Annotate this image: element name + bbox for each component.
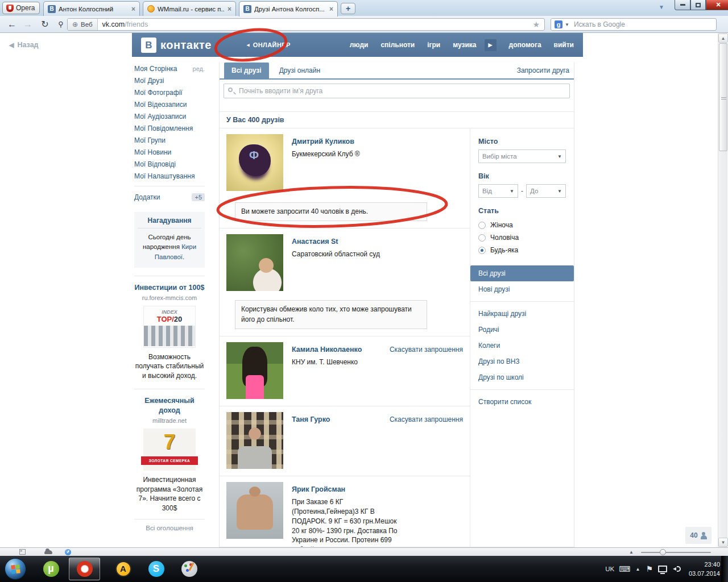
list-best-friends[interactable]: Найкращі друзі <box>478 306 566 322</box>
search-engine-caret-icon[interactable]: ▼ <box>565 22 569 27</box>
cancel-invite-link[interactable]: Скасувати запрошення <box>390 415 463 469</box>
taskbar-opera-active[interactable] <box>69 558 100 580</box>
network-icon[interactable] <box>658 566 667 572</box>
edit-link[interactable]: ред. <box>193 65 205 72</box>
key-icon[interactable]: ⚲ <box>53 18 68 31</box>
taskbar-aimp[interactable]: A <box>107 558 139 580</box>
scroll-up-icon[interactable]: ▲ <box>718 34 728 43</box>
google-search-input[interactable] <box>573 20 713 29</box>
sidebar-item-groups[interactable]: Мої Групи <box>134 136 166 144</box>
all-ads-link[interactable]: Всі оголошення <box>134 519 205 531</box>
tray-expand-icon[interactable]: ▲ <box>635 567 640 572</box>
sidebar-item-replies[interactable]: Мої Відповіді <box>134 160 176 168</box>
friend-name-link[interactable]: Дмитрий Куликов <box>292 138 463 146</box>
language-indicator[interactable]: UK <box>605 566 614 572</box>
fit-width-icon[interactable]: ▲ <box>629 550 634 555</box>
sidebar-item-audio[interactable]: Мої Аудіозаписи <box>134 113 186 120</box>
nav-logout[interactable]: вийти <box>554 41 574 49</box>
sidebar-item-my-page[interactable]: Моя Сторінка <box>134 65 177 73</box>
ad-image-index-top20[interactable]: INDEX TOP/20 <box>143 306 196 348</box>
nav-communities[interactable]: спільноти <box>380 41 415 49</box>
friend-name-link[interactable]: Анастасия St <box>292 238 463 246</box>
ad-image-golden-seven[interactable]: 7 ЗОЛОТАЯ СЕМЕРКА <box>143 429 196 471</box>
cancel-invite-link[interactable]: Скасувати запрошення <box>390 346 463 399</box>
ad-block-1[interactable]: Инвестиции от 100$ ru.forex-mmcis.com IN… <box>134 283 205 381</box>
create-list-link[interactable]: Створити список <box>478 394 566 410</box>
web-button[interactable]: ⊕ Веб <box>68 19 98 30</box>
age-to-select[interactable]: До▼ <box>526 184 566 198</box>
taskbar-skype[interactable]: S <box>140 558 172 580</box>
list-school-friends[interactable]: Друзі по школі <box>478 369 566 385</box>
ad-title[interactable]: Инвестиции от 100$ <box>134 283 205 293</box>
opera-unite-icon[interactable] <box>44 550 52 554</box>
invite-friend-link[interactable]: Запросити друга <box>517 66 569 78</box>
bookmark-star-icon[interactable]: ★ <box>532 20 540 29</box>
gender-option-any[interactable]: Будь-яка <box>478 244 566 256</box>
tab-close-icon[interactable]: × <box>131 5 135 13</box>
sidebar-item-friends[interactable]: Мої Друзі <box>134 77 164 85</box>
opera-turbo-icon[interactable] <box>65 549 71 555</box>
window-dropdown-icon[interactable]: ▼ <box>659 4 664 10</box>
search-field[interactable]: g ▼ <box>551 18 717 31</box>
tab-1[interactable]: В Антон Колгоспний × <box>43 1 140 16</box>
friend-avatar[interactable] <box>226 134 283 191</box>
friend-name-link[interactable]: Камила Николаенко <box>292 346 390 354</box>
friend-name-link[interactable]: Таня Гурко <box>292 415 390 423</box>
opera-menu-button[interactable]: Opera <box>2 2 40 14</box>
age-from-select[interactable]: Від▼ <box>478 184 518 198</box>
vk-logo[interactable]: В контакте <box>141 38 212 53</box>
new-tab-button[interactable]: + <box>341 3 355 14</box>
sidebar-item-videos[interactable]: Мої Відеозаписи <box>134 101 187 109</box>
nav-people[interactable]: люди <box>350 41 369 49</box>
page-scrollbar[interactable]: ▲ ▼ <box>718 33 727 547</box>
radio-selected-icon[interactable] <box>478 247 486 254</box>
friend-search-input[interactable] <box>224 84 570 98</box>
tab-close-icon[interactable]: × <box>228 5 231 13</box>
scrollbar-thumb[interactable] <box>719 43 727 151</box>
list-university-friends[interactable]: Друзі по ВНЗ <box>478 354 566 369</box>
minimize-button[interactable] <box>675 0 690 10</box>
list-relatives[interactable]: Родичі <box>478 322 566 338</box>
action-center-flag-icon[interactable]: ⚑ <box>646 564 653 573</box>
start-button[interactable] <box>5 558 26 580</box>
friend-avatar[interactable] <box>226 342 283 399</box>
scroll-down-icon[interactable]: ▼ <box>718 538 728 547</box>
panels-icon[interactable] <box>19 549 26 555</box>
gender-option-female[interactable]: Жіноча <box>478 219 566 231</box>
maximize-button[interactable] <box>690 0 706 10</box>
show-desktop-button[interactable] <box>721 556 728 582</box>
tab-all-friends[interactable]: Всі друзі <box>224 63 269 78</box>
invites-left-badge[interactable]: 40 <box>685 527 712 544</box>
sidebar-item-messages[interactable]: Мої Повідомлення <box>134 124 193 132</box>
friend-avatar[interactable] <box>226 234 283 291</box>
page-back-link[interactable]: ◀Назад <box>9 41 39 49</box>
friend-name-link[interactable]: Ярик Гройсман <box>292 485 463 493</box>
nav-help[interactable]: допомога <box>509 41 541 49</box>
radio-icon[interactable] <box>478 234 486 242</box>
profile-link[interactable]: ◂ ОНЛАЙНЕР <box>247 41 291 48</box>
back-button[interactable]: ← <box>5 18 19 31</box>
tab-2[interactable]: WMmail.ru - сервис п... × <box>143 1 236 16</box>
clock[interactable]: 23:4003.07.2014 <box>689 560 720 579</box>
sidebar-item-apps[interactable]: Додатки <box>134 193 160 201</box>
gender-option-male[interactable]: Чоловіча <box>478 231 566 244</box>
city-select[interactable]: Вибір міста▼ <box>478 149 566 163</box>
nav-music[interactable]: музика <box>453 41 476 49</box>
taskbar-utorrent[interactable]: µ <box>35 558 67 580</box>
url-field[interactable]: ⊕ Веб vk.com/friends ★ <box>67 18 545 31</box>
zoom-slider-thumb[interactable] <box>660 549 666 555</box>
tab-close-icon[interactable]: × <box>329 5 333 13</box>
keyboard-icon[interactable]: ⌨ <box>619 564 630 573</box>
friend-avatar[interactable] <box>226 482 283 539</box>
nav-games[interactable]: ігри <box>427 41 440 49</box>
sidebar-item-settings[interactable]: Мої Налаштування <box>134 172 195 180</box>
ad-block-2[interactable]: Ежемесячный доход milltrade.net 7 ЗОЛОТА… <box>134 396 205 513</box>
sidebar-item-news[interactable]: Мої Новини <box>134 148 171 156</box>
radio-icon[interactable] <box>478 222 486 229</box>
list-all-friends[interactable]: Всі друзі <box>470 265 574 281</box>
tab-3-active[interactable]: В Друзі Антона Колгосп... × <box>239 1 338 16</box>
reload-button[interactable]: ↻ <box>38 18 52 31</box>
sidebar-item-photos[interactable]: Мої Фотографії <box>134 89 183 97</box>
tab-friends-online[interactable]: Друзі онлайн <box>279 66 320 78</box>
volume-icon[interactable] <box>673 565 682 573</box>
